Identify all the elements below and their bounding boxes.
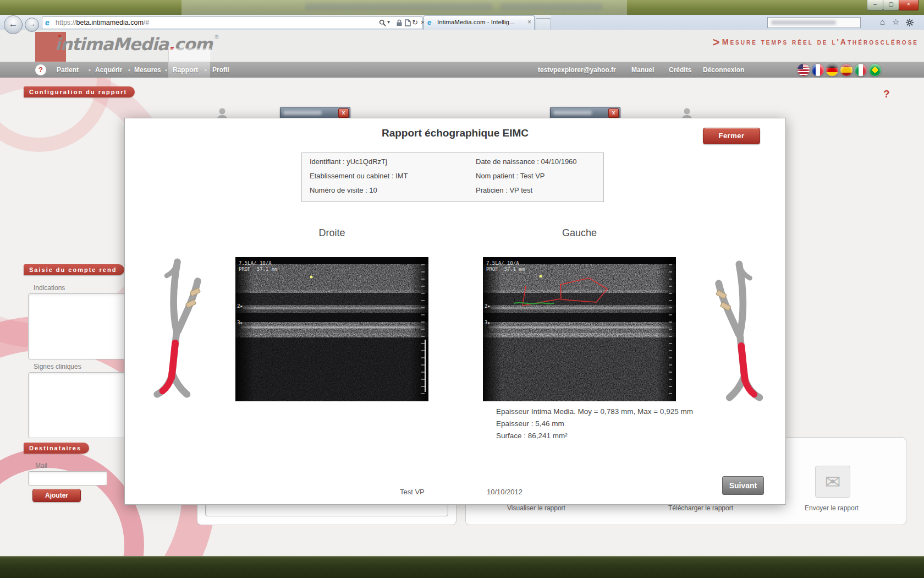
gauche-heading: Gauche [483, 227, 676, 239]
minimize-button[interactable]: – [867, 0, 883, 10]
maximize-button[interactable]: ▢ [883, 0, 899, 10]
patient-info-box: Identifiant : yUc1QdRzTj Etablissement o… [301, 152, 604, 202]
us-overlay-probe: 7.5LA/ 10/A [239, 260, 272, 266]
flag-es-icon[interactable] [840, 63, 853, 77]
us-overlay-probe: 7.5LA/ 10/A [486, 260, 519, 266]
search-icon[interactable] [379, 19, 386, 26]
nav-separator: • [128, 62, 130, 78]
us-marker-2: 2▸ [237, 303, 243, 309]
logo-registered-mark: ® [215, 34, 218, 40]
ajouter-button[interactable]: Ajouter [32, 489, 81, 502]
main-navigation: ? Patient • Acquérir • Mesures • Rapport… [0, 62, 924, 78]
signes-cliniques-label: Signes cliniques [34, 363, 81, 370]
action-envoyer-rapport[interactable]: Envoyer le rapport [788, 504, 876, 512]
nav-help-icon[interactable]: ? [35, 64, 46, 75]
droite-heading: Droite [235, 227, 428, 239]
modal-title: Rapport échographique EIMC [125, 127, 785, 139]
flag-us-icon[interactable] [797, 63, 810, 77]
us-marker-3: 3▸ [485, 320, 491, 325]
nav-item-acquerir[interactable]: Acquérir [95, 62, 122, 78]
tagline-text: Mesure temps réel de l'Athérosclérose [722, 37, 919, 46]
mail-label: Mail [35, 462, 47, 470]
suivant-button[interactable]: Suivant [722, 476, 764, 495]
nav-item-deconnexion[interactable]: Déconnexion [703, 62, 744, 78]
nav-item-rapport[interactable]: Rapport [173, 62, 198, 78]
home-icon[interactable]: ⌂ [880, 17, 885, 26]
nav-account-email[interactable]: testvpexplorer@yahoo.fr [538, 62, 616, 78]
active-nav-pillar [168, 48, 211, 62]
search-caret-icon[interactable]: ▾ [387, 19, 390, 25]
taskbar [0, 556, 924, 578]
header-tagline: > Mesure temps réel de l'Athérosclérose [649, 35, 919, 50]
flag-br-icon[interactable] [868, 63, 882, 77]
nav-item-manuel[interactable]: Manuel [631, 62, 654, 78]
nav-item-patient[interactable]: Patient [57, 62, 79, 78]
close-window-button[interactable]: × [899, 0, 919, 10]
us-marker-2: 2▸ [485, 303, 491, 309]
window-titlebar [0, 0, 924, 15]
mini-window-close-icon[interactable]: x [338, 108, 349, 118]
carotid-diagram-gauche [705, 259, 767, 404]
measurement-surface: Surface : 86,241 mm² [496, 430, 693, 442]
ultrasound-image-droite: 7.5LA/ 10/A PROF 37.1 mm 2▸ 3▸ [235, 257, 428, 401]
nav-separator: • [89, 62, 91, 78]
new-tab-button[interactable] [536, 18, 551, 31]
nav-item-profil[interactable]: Profil [212, 62, 229, 78]
saisie-compte-rendu-tab: Saisie du compte rend [24, 264, 124, 275]
mini-window-close-icon[interactable]: x [608, 108, 619, 118]
mini-window-title-blur [553, 111, 592, 115]
measurement-epaisseur: Epaisseur : 5,46 mm [496, 418, 693, 430]
ultrasound-speckle-droite [235, 257, 428, 401]
patient-etablissement: Etablissement ou cabinet : IMT [310, 172, 596, 180]
patient-numero-visite: Numéro de visite : 10 [310, 186, 596, 194]
blurred-question-box [767, 17, 861, 28]
compatibility-icon[interactable] [405, 19, 411, 26]
rapport-modal: Rapport échographique EIMC Fermer Identi… [124, 118, 786, 505]
favorites-star-icon[interactable]: ☆ [892, 17, 899, 27]
config-rapport-tab: Configuration du rapport [24, 86, 135, 97]
ultrasound-speckle-gauche [483, 257, 676, 401]
tab-title: IntimaMedia.com - Intellig... [437, 19, 520, 25]
address-bar[interactable]: e https://beta.intimamedia.com/# ▾ ↻ × [42, 17, 422, 29]
measurement-imt: Epaisseur Intima Media. Moy = 0,783 mm, … [496, 406, 693, 418]
tools-gear-icon[interactable] [905, 18, 914, 27]
refresh-icon[interactable]: ↻ [412, 18, 418, 26]
action-visualiser-rapport[interactable]: Visualiser le rapport [492, 504, 580, 512]
ultrasound-image-gauche: 7.5LA/ 10/A PROF 37.1 mm 2▸ 3▸ [483, 257, 676, 401]
logo-dot-decoration [58, 35, 61, 37]
tab-close-icon[interactable]: × [527, 18, 531, 26]
footer-date: 10/10/2012 [487, 488, 522, 496]
destinataires-tab: Destinataires [24, 443, 89, 454]
background-window-glass [182, 0, 627, 15]
us-overlay-depth: PROF 37.1 mm [486, 266, 525, 272]
mail-input[interactable] [28, 471, 107, 486]
patient-date-naissance: Date de naissance : 04/10/1960 [476, 157, 577, 166]
nav-item-mesures[interactable]: Mesures [134, 62, 161, 78]
us-overlay-depth: PROF 37.1 mm [239, 266, 277, 272]
nav-separator: • [205, 62, 207, 78]
fermer-button[interactable]: Fermer [703, 128, 760, 144]
forward-button[interactable]: → [25, 18, 39, 32]
nav-item-credits[interactable]: Crédits [669, 62, 691, 78]
flag-fr-icon[interactable] [811, 63, 824, 77]
nav-separator: • [165, 62, 167, 78]
url-text[interactable]: https://beta.intimamedia.com/# [56, 19, 149, 26]
blurred-text [771, 20, 836, 25]
carotid-diagram-droite [151, 256, 204, 401]
browser-tab[interactable]: e IntimaMedia.com - Intellig... × [424, 15, 535, 30]
indications-label: Indications [34, 284, 65, 292]
patient-praticien: Praticien : VP test [476, 186, 532, 194]
us-marker-3: 3▸ [237, 320, 243, 325]
send-envelope-icon[interactable]: ✉ [815, 466, 850, 498]
measurements-block: Epaisseur Intima Media. Moy = 0,783 mm, … [496, 406, 693, 442]
patient-nom: Nom patient : Test VP [476, 172, 545, 180]
flag-it-icon[interactable] [854, 63, 867, 77]
tab-strip: ⌂ ☆ [551, 15, 924, 30]
tab-favicon-icon: e [427, 18, 431, 26]
lock-icon [396, 19, 403, 26]
page-help-icon[interactable]: ? [883, 88, 890, 100]
action-telecharger-rapport[interactable]: Télécharger le rapport [657, 504, 745, 512]
flag-de-icon[interactable] [826, 63, 839, 77]
ie-favicon: e [45, 18, 50, 27]
back-button[interactable]: ← [4, 15, 23, 34]
